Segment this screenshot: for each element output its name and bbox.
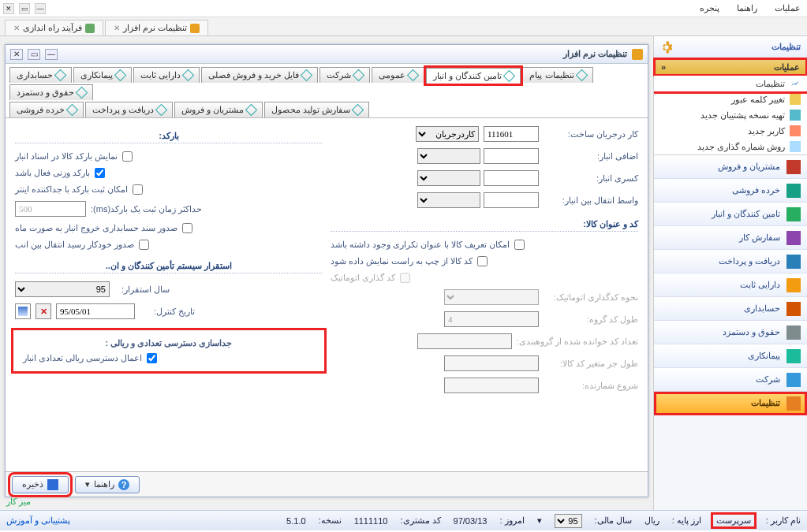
act-settings[interactable]: تنظیمات	[654, 392, 807, 415]
chevron-up-icon: «	[661, 62, 666, 72]
tree-item-new-user[interactable]: کاربر جدید	[654, 123, 807, 139]
act-job-order[interactable]: سفارش کار	[654, 226, 807, 250]
help-button[interactable]: ? راهنما ▾	[75, 476, 140, 493]
menu-operations[interactable]: عملیات	[772, 2, 804, 15]
doctab-settings[interactable]: تنظیمات نرم افزار ✕	[105, 20, 208, 35]
tab-seasonal-file[interactable]: فایل خرید و فروش فصلی	[201, 67, 318, 83]
content-area: تنظیمات نرم افزار — ▭ ✕ حسابداری پیمانکا…	[0, 36, 653, 510]
tab-icon	[575, 69, 588, 82]
max-time-label: حداکثر زمان ثبت یک بارکد(ms):	[91, 204, 202, 214]
transfer-select[interactable]	[417, 192, 480, 208]
payment-icon	[786, 255, 801, 269]
chk-show-barcode[interactable]	[122, 151, 133, 162]
access-title: جداسازی دسترسی تعدادی و ریالی :	[23, 338, 315, 348]
chk-auto-receipt[interactable]	[139, 240, 149, 250]
tab-accounting[interactable]: حسابداری	[9, 67, 72, 83]
restore-icon[interactable]: ▭	[19, 3, 30, 14]
tab-payroll[interactable]: حقوق و دستمزد	[9, 84, 93, 100]
tab-icon	[352, 104, 364, 117]
gear-icon	[190, 24, 200, 33]
act-suppliers-inventory[interactable]: تامین کنندگان و انبار	[654, 203, 807, 226]
settings-window: تنظیمات نرم افزار — ▭ ✕ حسابداری پیمانکا…	[5, 44, 648, 497]
base-curr-value: ریال	[644, 515, 659, 526]
chk-monthly-doc[interactable]	[182, 223, 192, 233]
tab-fixed-asset[interactable]: دارایی ثابت	[133, 67, 200, 83]
desk-link[interactable]: میز کار	[6, 497, 31, 507]
tab-icon	[245, 104, 258, 117]
tree-item-numbering[interactable]: روش شماره گذاری جدید	[654, 139, 807, 154]
tab-message-settings[interactable]: تنظیمات پیام	[522, 67, 592, 83]
tab-icon	[155, 104, 168, 117]
fiscal-dropdown-icon[interactable]: ▾	[537, 515, 542, 526]
sub-inv-code[interactable]	[484, 170, 539, 186]
chk-dup-title[interactable]	[514, 240, 525, 250]
tab-customers-sales[interactable]: مشتریان و فروش	[174, 102, 263, 117]
payroll-icon	[786, 326, 801, 340]
control-date-input[interactable]	[56, 303, 135, 319]
transfer-code[interactable]	[484, 192, 539, 208]
clear-date-button[interactable]: ✕	[35, 303, 51, 319]
act-contracting[interactable]: پیمانکاری	[654, 344, 807, 368]
wip-code-input[interactable]	[484, 126, 539, 142]
key-icon	[790, 94, 801, 105]
act-accounting[interactable]: حسابداری	[654, 297, 807, 321]
save-button[interactable]: ذخیره	[12, 476, 69, 493]
tab-icon	[114, 69, 127, 82]
menu-help[interactable]: راهنما	[734, 2, 760, 15]
tab-icon	[353, 69, 365, 82]
close-icon[interactable]: ✕	[114, 24, 120, 32]
chk-record-enter[interactable]	[133, 184, 143, 195]
close-button[interactable]: ✕	[10, 49, 23, 60]
act-receive-pay[interactable]: دریافت و پرداخت	[654, 250, 807, 273]
cust-value: 1111110	[354, 516, 388, 526]
tab-contracting[interactable]: پیمانکاری	[73, 67, 132, 83]
chk-autocode	[400, 273, 410, 283]
doctab-setup[interactable]: فرآیند راه اندازی ✕	[5, 20, 103, 35]
wip-select[interactable]: کاردرجریان	[416, 126, 479, 142]
tab-icon	[301, 69, 313, 82]
act-payroll[interactable]: حقوق و دستمزد	[654, 321, 807, 344]
add-inv-select[interactable]	[417, 148, 480, 164]
max-time-input[interactable]	[15, 201, 86, 217]
close-icon[interactable]: ✕	[3, 3, 14, 14]
tab-icon	[407, 69, 420, 82]
deploy-year-select[interactable]: 95	[15, 281, 110, 297]
act-company[interactable]: شرکت	[654, 368, 807, 392]
tab-receive-pay[interactable]: دریافت و پرداخت	[85, 102, 173, 117]
asset-icon	[786, 278, 801, 292]
control-date-label: تاریخ کنترل:	[140, 307, 195, 317]
chk-ltr[interactable]	[477, 256, 488, 266]
tab-suppliers-inventory[interactable]: تامین کنندگان و انبار	[426, 68, 521, 84]
tab-icon	[182, 69, 195, 82]
minimize-button[interactable]: —	[45, 49, 58, 60]
today-label: امروز :	[499, 515, 524, 526]
gear-icon	[786, 396, 801, 411]
add-inv-code[interactable]	[484, 148, 539, 164]
calendar-button[interactable]	[15, 303, 31, 319]
sub-inv-select[interactable]	[417, 170, 480, 186]
section-code-title: کد و عنوان کالا:	[331, 219, 638, 232]
act-fixed-asset[interactable]: دارایی ثابت	[654, 273, 807, 297]
maximize-button[interactable]: ▭	[28, 49, 40, 60]
inventory-icon	[786, 207, 801, 221]
minimize-icon[interactable]: —	[35, 3, 46, 14]
tab-company[interactable]: شرکت	[319, 67, 370, 83]
close-icon[interactable]: ✕	[13, 24, 20, 32]
tree-item-password[interactable]: تغییر کلمه عبور	[654, 91, 807, 107]
act-retail[interactable]: خرده فروشی	[654, 179, 807, 203]
fiscal-year-select[interactable]: 95	[555, 514, 582, 528]
tree-item-settings[interactable]: تنظیمات	[654, 76, 807, 91]
tree-item-backup[interactable]: تهیه نسخه پشتیبان جدید	[654, 107, 807, 123]
tab-retail[interactable]: خرده فروشی	[9, 102, 84, 117]
support-link[interactable]: پشتیبانی و آموزش	[6, 515, 70, 526]
chk-weight-active[interactable]	[95, 168, 105, 178]
tab-production-order[interactable]: سفارش تولید محصول	[264, 102, 369, 117]
chk-access[interactable]	[147, 353, 157, 363]
accordion-operations[interactable]: عملیات «	[654, 58, 807, 76]
tab-icon	[503, 70, 516, 83]
menu-window[interactable]: پنجره	[697, 2, 723, 15]
sub-inv-label: کسری انبار:	[544, 173, 638, 184]
act-customers-sales[interactable]: مشتریان و فروش	[654, 155, 807, 179]
tab-general[interactable]: عمومی	[372, 67, 424, 83]
doctab-label: تنظیمات نرم افزار	[123, 23, 187, 33]
